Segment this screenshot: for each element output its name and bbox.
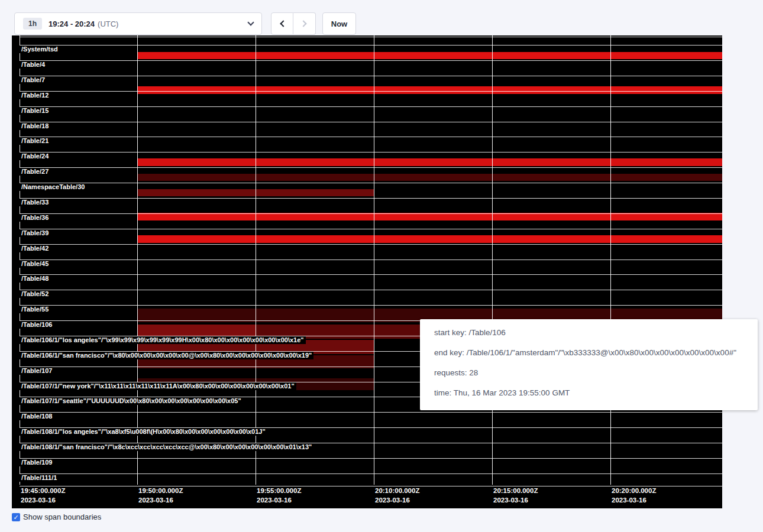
span-boundary-line [20, 122, 722, 122]
time-gridline [492, 35, 493, 485]
span-boundary-line [20, 274, 722, 275]
span-boundary-line [20, 458, 722, 459]
span-label: /Table/7 [20, 76, 47, 84]
next-range-button[interactable] [293, 12, 316, 35]
span-boundary-line [20, 106, 722, 107]
tooltip-time: time: Thu, 16 Mar 2023 19:55:00 GMT [434, 383, 743, 403]
footer: ✓ Show span boundaries [12, 512, 101, 521]
range-duration-badge: 1h [23, 18, 42, 30]
heat-band [137, 174, 722, 181]
span-boundary-line [20, 60, 722, 61]
span-label: /Table/107/1/"new york"/"\x11\x11\x11\x1… [20, 382, 296, 390]
span-label: /Table/107/1/"seattle"/"UUUUUUD\x00\x80\… [20, 397, 243, 405]
x-axis-time-label: 19:50:00.000Z [138, 487, 183, 494]
span-label: /Table/21 [20, 137, 50, 145]
x-axis-time-label: 19:45:00.000Z [21, 487, 65, 494]
span-label: /Table/106 [20, 321, 54, 329]
show-span-boundaries-label: Show span boundaries [23, 512, 101, 521]
span-boundary-line [20, 167, 722, 168]
span-label: /Table/33 [20, 199, 50, 206]
chevron-right-icon [300, 20, 306, 27]
span-label: /Table/109 [20, 459, 54, 466]
span-label: /Table/106/1/"san francisco"/"\x80\x00\x… [20, 352, 313, 359]
time-gridline [374, 35, 374, 485]
span-boundary-line [20, 412, 722, 413]
span-boundary-line [20, 91, 722, 92]
span-label: /Table/108/1/"san francisco"/"\x8c\xcc\x… [20, 443, 313, 451]
span-label: /Table/27 [20, 168, 50, 176]
span-label: /Table/15 [20, 107, 50, 115]
tooltip-requests: requests: 28 [434, 363, 743, 383]
span-label: /System/tsd [20, 46, 60, 53]
span-label: /Table/106/1/"los angeles"/"\x99\x99\x99… [20, 336, 306, 344]
range-text: 19:24 - 20:24 [49, 20, 95, 28]
span-label: /Table/12 [20, 92, 50, 99]
span-boundary-line [20, 183, 722, 183]
span-boundary-line [20, 486, 722, 486]
span-label: /Table/39 [20, 229, 50, 237]
time-gridline [610, 35, 611, 485]
key-visualizer-canvas[interactable]: /System/tsd/Table/4/Table/7/Table/12/Tab… [12, 35, 722, 508]
time-nav-group [271, 12, 316, 35]
check-icon: ✓ [13, 514, 18, 521]
span-label: /Table/48 [20, 275, 50, 283]
x-axis-date-label: 2023-03-16 [612, 497, 646, 504]
span-boundary-line [20, 244, 722, 245]
span-label: /Table/107 [20, 367, 54, 375]
prev-range-button[interactable] [271, 12, 293, 35]
span-boundary-line [20, 137, 722, 137]
now-button[interactable]: Now [322, 12, 356, 35]
span-boundary-line [20, 259, 722, 260]
chevron-down-icon [247, 19, 254, 25]
span-label: /NamespaceTable/30 [20, 183, 86, 191]
span-label: /Table/42 [20, 245, 50, 252]
span-label: /Table/36 [20, 214, 50, 222]
span-boundary-line [20, 229, 722, 229]
x-axis-time-label: 20:10:00.000Z [375, 487, 419, 494]
span-boundary-line [20, 152, 722, 153]
tooltip-start-key: start key: /Table/106 [434, 323, 743, 343]
span-boundary-line [20, 213, 722, 214]
span-label: /Table/55 [20, 306, 50, 313]
heat-band [137, 52, 722, 59]
show-span-boundaries-checkbox[interactable]: ✓ [12, 513, 20, 521]
span-label: /Table/108/1/"los angeles"/"\xa8\xf5\u00… [20, 428, 267, 436]
span-label: /Table/4 [20, 61, 47, 69]
span-boundary-line [20, 305, 722, 306]
span-label: /Table/52 [20, 290, 50, 298]
range-timezone: (UTC) [98, 20, 118, 28]
time-gridline [137, 35, 138, 485]
heat-band [137, 235, 722, 243]
hover-tooltip: start key: /Table/106 end key: /Table/10… [420, 319, 758, 410]
time-range-select[interactable]: 1h 19:24 - 20:24 (UTC) [14, 12, 262, 35]
span-boundary-line [20, 473, 722, 474]
span-boundary-line [20, 76, 722, 76]
x-axis-date-label: 2023-03-16 [21, 497, 56, 504]
x-axis-time-label: 20:20:00.000Z [612, 487, 656, 494]
tooltip-end-key: end key: /Table/106/1/"amsterdam"/"\xb33… [434, 343, 743, 363]
x-axis-time-label: 19:55:00.000Z [257, 487, 301, 494]
heat-band [137, 158, 722, 166]
x-axis-time-label: 20:15:00.000Z [493, 487, 538, 494]
x-axis-date-label: 2023-03-16 [493, 497, 528, 504]
span-label: /Table/24 [20, 153, 50, 160]
span-boundary-line [20, 45, 722, 46]
span-label: /Table/108 [20, 413, 54, 420]
span-label: /Table/18 [20, 122, 50, 130]
x-axis-date-label: 2023-03-16 [375, 497, 410, 504]
time-gridline [256, 35, 256, 485]
x-axis-date-label: 2023-03-16 [138, 497, 173, 504]
heat-band [137, 86, 722, 94]
x-axis-date-label: 2023-03-16 [257, 497, 292, 504]
span-boundary-line [20, 198, 722, 199]
span-label: /Table/45 [20, 260, 50, 268]
chevron-left-icon [280, 20, 286, 27]
span-boundary-line [20, 37, 722, 37]
span-label: /Table/111/1 [20, 474, 59, 482]
span-boundary-line [20, 290, 722, 290]
